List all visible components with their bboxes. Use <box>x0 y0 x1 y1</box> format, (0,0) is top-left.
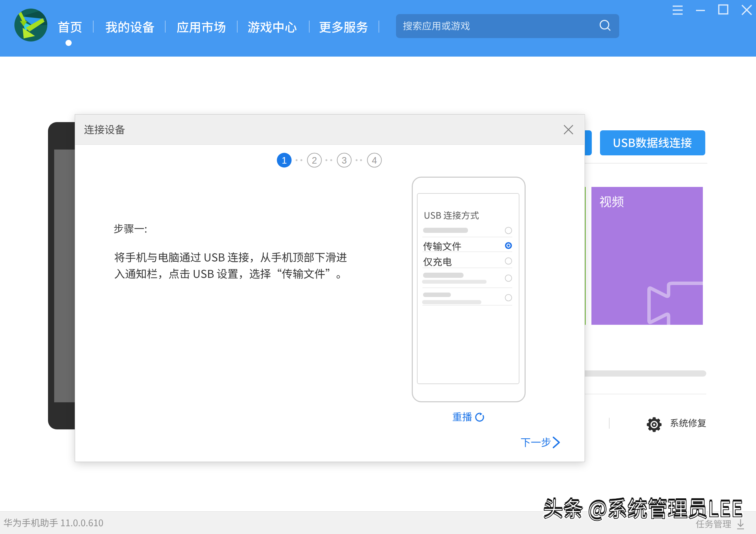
svg-text:1: 1 <box>281 155 287 166</box>
svg-text:2: 2 <box>312 155 317 166</box>
svg-text:4: 4 <box>372 155 377 166</box>
svg-text:3: 3 <box>341 155 347 166</box>
